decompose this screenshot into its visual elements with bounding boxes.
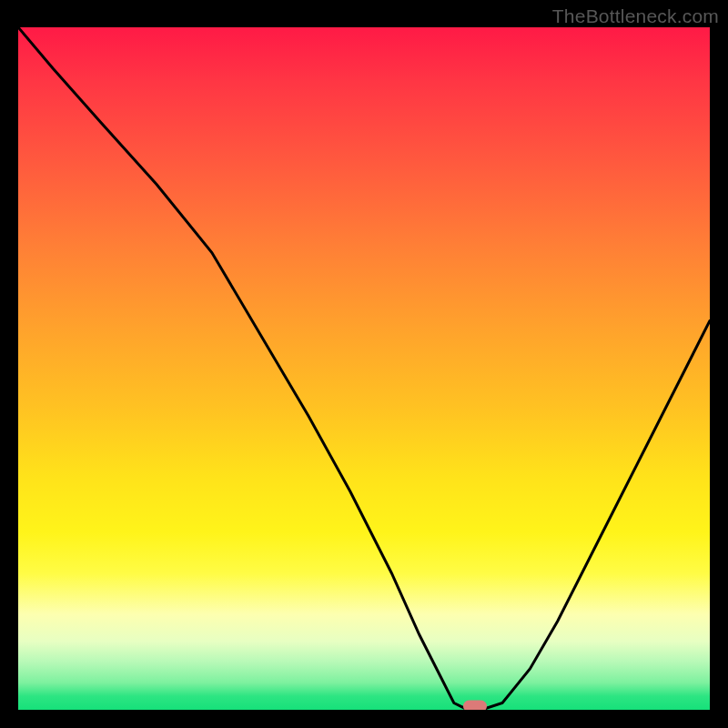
watermark-text: TheBottleneck.com xyxy=(552,5,719,27)
plot-area xyxy=(18,27,710,710)
chart-stage: TheBottleneck.com xyxy=(0,0,728,728)
optimal-marker xyxy=(463,701,487,711)
bottleneck-curve-path xyxy=(18,27,710,710)
curve-svg xyxy=(18,27,710,710)
